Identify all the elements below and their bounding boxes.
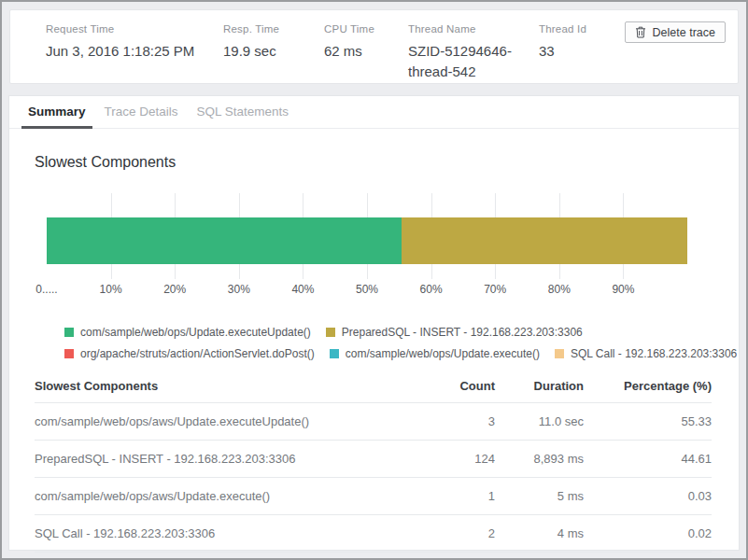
trace-summary-card: Request TimeJun 3, 2016 1:18:25 PMResp. … bbox=[9, 9, 739, 84]
cell-percentage: 44.61 bbox=[584, 441, 712, 478]
cell-count: 3 bbox=[411, 403, 495, 441]
cell-component-name: PreparedSQL - INSERT - 192.168.223.203:3… bbox=[35, 441, 411, 478]
table-row: SQL Call - 192.168.223.203:330624 ms0.02 bbox=[35, 515, 712, 553]
trash-icon bbox=[635, 26, 646, 38]
slowest-components-table: Slowest ComponentsCountDurationPercentag… bbox=[35, 373, 712, 553]
cell-count: 1 bbox=[411, 478, 495, 515]
cell-percentage: 55.33 bbox=[584, 403, 712, 441]
x-tick-30: 30% bbox=[228, 283, 250, 296]
table-header: Slowest ComponentsCountDurationPercentag… bbox=[35, 373, 712, 403]
cell-count: 124 bbox=[411, 441, 495, 478]
table-row: PreparedSQL - INSERT - 192.168.223.203:3… bbox=[35, 441, 712, 478]
legend-item-1[interactable]: com/sample/web/ops/Update.executeUpdate(… bbox=[64, 326, 311, 339]
tab-trace-details[interactable]: Trace Details bbox=[103, 96, 180, 128]
bar-segment-2[interactable] bbox=[402, 217, 687, 264]
table-header-cell-3: Duration bbox=[495, 373, 584, 403]
x-tick-90: 90% bbox=[612, 283, 634, 296]
cell-component-name: SQL Call - 192.168.223.203:3306 bbox=[35, 515, 411, 553]
trace-detail-screen: Request TimeJun 3, 2016 1:18:25 PMResp. … bbox=[0, 0, 748, 560]
cell-duration: 11.0 sec bbox=[495, 403, 584, 441]
x-tick-70: 70% bbox=[484, 283, 506, 296]
table-header-cell-1: Slowest Components bbox=[35, 373, 411, 403]
cell-duration: 5 ms bbox=[495, 478, 584, 515]
cell-duration: 8,893 ms bbox=[495, 441, 584, 478]
legend-label: com/sample/web/ops/Update.executeUpdate(… bbox=[80, 326, 311, 339]
legend-label: SQL Call - 192.168.223.203:3306 bbox=[571, 347, 737, 360]
table-row: com/sample/web/ops/aws/Update.execute()1… bbox=[35, 478, 712, 515]
field-label: Resp. Time bbox=[223, 23, 324, 35]
cell-component-name: com/sample/web/ops/aws/Update.executeUpd… bbox=[35, 403, 411, 441]
cell-component-name: com/sample/web/ops/aws/Update.execute() bbox=[35, 478, 411, 515]
header-field-request-time: Request TimeJun 3, 2016 1:18:25 PM bbox=[46, 23, 223, 82]
x-tick-20: 20% bbox=[163, 283, 186, 296]
legend-item-3[interactable]: org/apache/struts/action/ActionServlet.d… bbox=[64, 347, 315, 360]
header-field-thread-id: Thread Id33 bbox=[539, 23, 586, 82]
legend-item-4[interactable]: com/sample/web/ops/Update.execute() bbox=[330, 347, 540, 360]
legend-label: com/sample/web/ops/Update.execute() bbox=[346, 347, 540, 360]
slowest-components-chart: 0.....10%20%30%40%50%60%70%80%90% bbox=[47, 193, 687, 298]
table-row: com/sample/web/ops/aws/Update.executeUpd… bbox=[35, 403, 712, 441]
delete-trace-label: Delete trace bbox=[653, 26, 715, 39]
legend-row-1: com/sample/web/ops/Update.executeUpdate(… bbox=[64, 326, 739, 339]
cell-percentage: 0.03 bbox=[584, 478, 712, 515]
bar-segment-1[interactable] bbox=[47, 217, 402, 264]
x-tick-10: 10% bbox=[100, 283, 122, 296]
legend-item-2[interactable]: PreparedSQL - INSERT - 192.168.223.203:3… bbox=[326, 326, 583, 339]
cell-duration: 4 ms bbox=[495, 515, 584, 553]
x-tick-40: 40% bbox=[291, 283, 314, 296]
field-value: SZID-51294646-thread-542 bbox=[408, 41, 518, 82]
legend-swatch-icon bbox=[326, 328, 335, 337]
field-label: CPU Time bbox=[324, 23, 408, 35]
table-header-cell-4: Percentage (%) bbox=[584, 373, 712, 403]
trace-content-card: SummaryTrace DetailsSQL Statements Slowe… bbox=[8, 95, 740, 551]
cell-count: 2 bbox=[411, 515, 495, 553]
field-value: Jun 3, 2016 1:18:25 PM bbox=[46, 41, 223, 62]
legend-swatch-icon bbox=[555, 349, 564, 358]
field-value: 19.9 sec bbox=[223, 41, 324, 62]
tab-bar: SummaryTrace DetailsSQL Statements bbox=[9, 96, 739, 129]
delete-trace-button[interactable]: Delete trace bbox=[625, 21, 726, 43]
field-label: Request Time bbox=[46, 23, 223, 35]
field-value: 62 ms bbox=[324, 41, 408, 62]
legend-swatch-icon bbox=[64, 349, 74, 358]
x-tick-50: 50% bbox=[356, 283, 378, 296]
x-tick-80: 80% bbox=[548, 283, 571, 296]
stacked-bar bbox=[47, 217, 687, 264]
section-title: Slowest Components bbox=[35, 154, 739, 171]
table-header-cell-2: Count bbox=[411, 373, 495, 403]
header-field-cpu-time: CPU Time62 ms bbox=[324, 23, 408, 82]
field-label: Thread Name bbox=[408, 23, 539, 35]
legend-item-5[interactable]: SQL Call - 192.168.223.203:3306 bbox=[555, 347, 737, 360]
tab-sql-statements[interactable]: SQL Statements bbox=[195, 96, 291, 128]
x-tick-0: 0..... bbox=[35, 283, 57, 296]
legend-swatch-icon bbox=[330, 349, 339, 358]
legend-row-2: org/apache/struts/action/ActionServlet.d… bbox=[64, 347, 739, 360]
header-field-thread-name: Thread NameSZID-51294646-thread-542 bbox=[408, 23, 539, 82]
legend-swatch-icon bbox=[64, 328, 74, 337]
legend-label: PreparedSQL - INSERT - 192.168.223.203:3… bbox=[342, 326, 583, 339]
field-value: 33 bbox=[539, 41, 586, 62]
tab-summary[interactable]: Summary bbox=[26, 96, 88, 128]
field-label: Thread Id bbox=[539, 23, 586, 35]
chart-legend: com/sample/web/ops/Update.executeUpdate(… bbox=[64, 326, 739, 360]
x-tick-60: 60% bbox=[420, 283, 443, 296]
legend-label: org/apache/struts/action/ActionServlet.d… bbox=[80, 347, 315, 360]
cell-percentage: 0.02 bbox=[584, 515, 712, 553]
header-field-resp-time: Resp. Time19.9 sec bbox=[223, 23, 324, 82]
